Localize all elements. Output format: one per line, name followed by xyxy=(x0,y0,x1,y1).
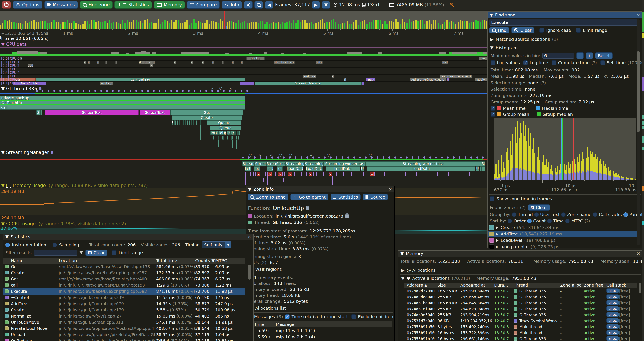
lock-marker-icon[interactable] xyxy=(458,156,460,159)
frame-bar[interactable] xyxy=(171,21,172,29)
lock-marker-icon[interactable] xyxy=(200,90,202,92)
frame-bar[interactable] xyxy=(269,24,270,29)
sort-by-radio-time[interactable] xyxy=(547,219,552,223)
frame-bar[interactable] xyxy=(153,23,154,29)
frame-bar[interactable] xyxy=(202,23,203,29)
lock-marker-icon[interactable] xyxy=(246,90,248,92)
frame-bar[interactable] xyxy=(458,23,459,29)
frame-bar[interactable] xyxy=(213,21,214,29)
frame-bar[interactable] xyxy=(324,23,326,29)
lock-marker-icon[interactable] xyxy=(206,90,207,92)
lock-marker-icon[interactable] xyxy=(277,156,279,159)
statistics-titlebar[interactable]: ▼ Statistics✕ xyxy=(3,234,254,240)
instrumentation-radio[interactable] xyxy=(5,243,10,247)
lock-marker-icon[interactable] xyxy=(89,90,90,92)
clipboard-icon[interactable] xyxy=(346,214,349,218)
frame-bar[interactable] xyxy=(84,21,86,29)
cpu-zone[interactable]: audios xyxy=(246,57,265,60)
clear-button[interactable]: Clear xyxy=(512,27,534,34)
zoom-to-zone-button[interactable]: Zoom to zone xyxy=(248,194,288,200)
lock-marker-icon[interactable] xyxy=(217,90,219,92)
frame-bar[interactable] xyxy=(471,22,472,29)
frame-bar[interactable] xyxy=(122,20,124,29)
frame-bar[interactable] xyxy=(9,20,10,29)
alloc-callstack-button[interactable]: alloc xyxy=(606,300,619,305)
frame-bar[interactable] xyxy=(333,20,334,29)
lock-marker-icon[interactable] xyxy=(212,90,213,92)
lock-marker-icon[interactable] xyxy=(112,90,114,92)
frame-bar[interactable] xyxy=(129,22,130,29)
frame-bar[interactable] xyxy=(260,21,261,29)
table-row[interactable]: PrivateTouchMovejni/../jni/src/claw/appl… xyxy=(3,325,245,331)
timeline-zone[interactable] xyxy=(196,121,197,125)
timeline-zone[interactable]: Strean xyxy=(242,161,255,166)
table-row[interactable]: 0x7553b9fbf016 bytes296,661,146ns13:50.7… xyxy=(404,336,636,341)
alloc-callstack-button[interactable]: alloc xyxy=(606,330,619,335)
cpu-zone[interactable]: a xyxy=(332,75,334,78)
frame-bar[interactable] xyxy=(118,23,119,29)
exclude-children-checkbox[interactable] xyxy=(352,314,356,319)
timeline-zone[interactable] xyxy=(191,121,192,125)
streaming-header[interactable]: ▼ StreamingManager xyxy=(1,150,54,155)
lock-marker-icon[interactable] xyxy=(42,90,44,92)
table-row[interactable]: Normalizejni/../jni/src/claw/vfs/Vfs.cpp… xyxy=(3,313,245,319)
frame-bar[interactable] xyxy=(20,23,21,29)
frame-bar[interactable] xyxy=(428,20,430,29)
frame-bar[interactable] xyxy=(424,24,425,29)
lock-marker-icon[interactable] xyxy=(182,90,184,92)
timeline-zone[interactable]: St xyxy=(481,161,486,166)
frame-bar[interactable] xyxy=(144,20,146,29)
frame-bar[interactable] xyxy=(136,21,137,29)
lock-marker-icon[interactable] xyxy=(336,156,337,159)
frame-bar[interactable] xyxy=(342,23,343,29)
lock-marker-icon[interactable] xyxy=(318,156,320,159)
table-row[interactable]: 0x74ab1ef040256 KB294,629,948ns13:50.7GL… xyxy=(404,306,636,312)
table-row[interactable]: 0x7553b9fa508 bytes153,492,240ns13:50.8M… xyxy=(404,324,636,330)
frame-bar[interactable] xyxy=(382,24,383,29)
frame-bar[interactable] xyxy=(242,22,243,29)
statistics-table-header[interactable]: NameLocationTotal timeCounts ▼MTPC xyxy=(3,258,245,264)
table-row[interactable]: Get/mnt/e/claw/src/claw/base/AssetDict.h… xyxy=(3,264,245,270)
lock-marker-icon[interactable] xyxy=(453,156,454,159)
frame-bar[interactable] xyxy=(473,23,474,29)
lock-marker-icon[interactable] xyxy=(435,156,437,159)
cpu-zone[interactable]: c xyxy=(202,61,204,64)
timeline-zone[interactable]: ScreenText xyxy=(140,110,170,115)
timeline-zone[interactable]: LoadData xyxy=(367,166,475,171)
column-header[interactable]: Zone alloc xyxy=(560,283,581,287)
timeline-zone[interactable] xyxy=(222,136,224,140)
mean-time-checkbox[interactable] xyxy=(490,106,495,111)
frame-bar[interactable] xyxy=(140,21,141,29)
cpu-zone[interactable]: c xyxy=(84,61,86,64)
expand-icon[interactable]: ▶ xyxy=(496,245,499,249)
frame-bar[interactable] xyxy=(173,22,174,29)
median-time-swatch[interactable] xyxy=(536,106,540,111)
bin-minus-button[interactable]: - xyxy=(576,53,584,59)
log-time-checkbox[interactable] xyxy=(523,60,528,65)
table-row[interactable]: Executejni/../jni/src/claw/base/LuaScrip… xyxy=(3,288,245,294)
frame-bar[interactable] xyxy=(38,22,39,29)
lock-marker-icon[interactable] xyxy=(135,90,137,92)
lock-marker-icon[interactable] xyxy=(482,156,484,159)
lock-marker-icon[interactable] xyxy=(377,156,378,159)
found-zone-row[interactable]: ▶<no parent>(9) 225.73 µs xyxy=(488,243,637,250)
frame-bar[interactable] xyxy=(393,22,394,29)
lock-marker-icon[interactable] xyxy=(430,156,431,159)
frame-bar[interactable] xyxy=(271,24,272,29)
cpu-zone[interactable]: audio xyxy=(475,78,487,81)
lock-marker-icon[interactable] xyxy=(164,90,166,92)
lock-marker-icon[interactable] xyxy=(388,156,390,159)
timeline-zone[interactable] xyxy=(213,136,214,140)
frame-bar[interactable] xyxy=(402,19,403,29)
frame-bar[interactable] xyxy=(262,21,264,29)
close-icon[interactable]: ✕ xyxy=(388,187,392,192)
group-by-radio-call-stacks[interactable] xyxy=(593,212,597,217)
frame-bar[interactable] xyxy=(18,24,19,29)
lock-marker-icon[interactable] xyxy=(223,90,224,92)
timeline-zone[interactable] xyxy=(238,131,240,135)
frame-bar[interactable] xyxy=(442,24,443,29)
frame-bar[interactable] xyxy=(169,23,170,29)
bin-plus-button[interactable]: + xyxy=(586,53,593,59)
scrollbar-thumb[interactable] xyxy=(637,51,640,132)
lock-marker-icon[interactable] xyxy=(266,156,267,159)
